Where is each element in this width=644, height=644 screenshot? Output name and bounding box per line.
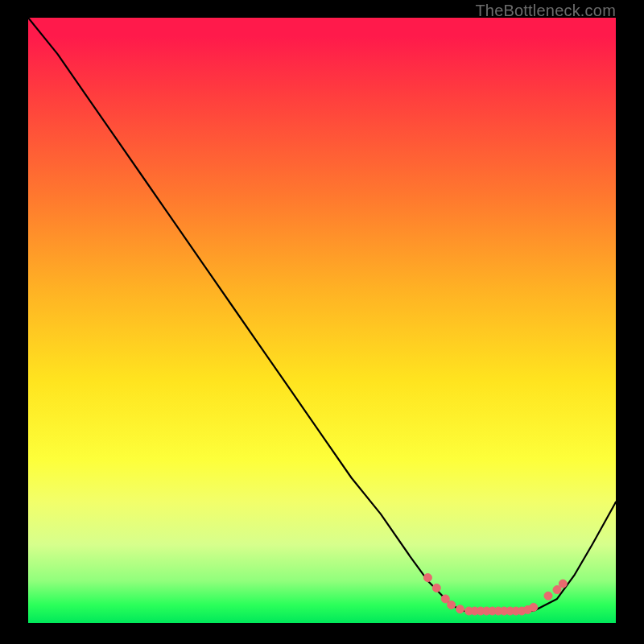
- curve-marker: [448, 601, 456, 609]
- bottleneck-curve: [28, 18, 616, 611]
- curve-layer: [28, 18, 616, 623]
- plot-area: [28, 18, 616, 623]
- curve-marker: [553, 586, 561, 594]
- curve-marker: [559, 580, 567, 588]
- curve-marker: [432, 584, 440, 592]
- curve-marker: [456, 605, 464, 613]
- curve-markers: [423, 574, 567, 615]
- curve-marker: [423, 574, 431, 582]
- chart-stage: TheBottleneck.com: [0, 0, 644, 644]
- curve-marker: [544, 592, 552, 600]
- curve-marker: [441, 595, 449, 603]
- curve-marker: [530, 603, 538, 611]
